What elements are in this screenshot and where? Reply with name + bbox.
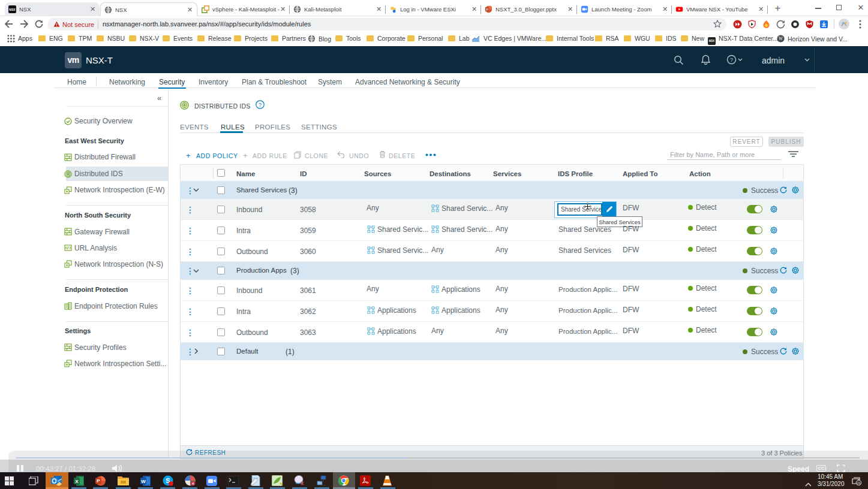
svg-text:?: ? xyxy=(730,57,733,63)
svg-text:W: W xyxy=(141,479,146,484)
svg-text:P: P xyxy=(486,8,488,11)
svg-text:W: W xyxy=(779,36,783,41)
svg-text:P: P xyxy=(97,478,100,484)
svg-text:?: ? xyxy=(259,102,262,108)
svg-text:21: 21 xyxy=(857,481,860,485)
svg-text:X: X xyxy=(75,479,79,484)
